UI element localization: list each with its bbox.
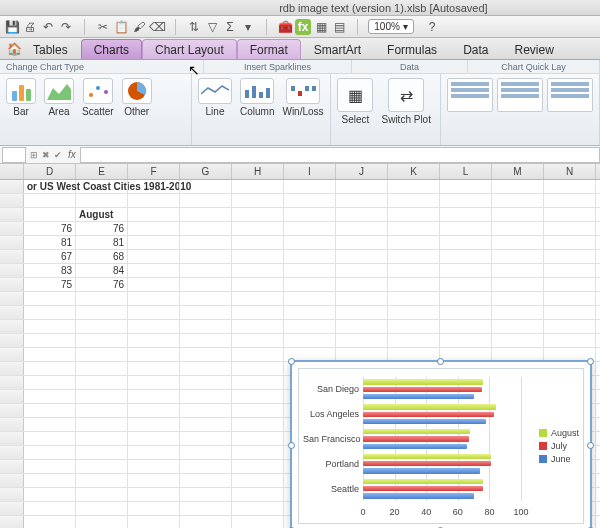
cell[interactable] (180, 278, 232, 291)
cell[interactable] (24, 446, 76, 459)
cell[interactable] (284, 180, 336, 193)
cell[interactable] (284, 264, 336, 277)
cell[interactable] (232, 488, 284, 501)
cell[interactable] (492, 236, 544, 249)
gallery-icon[interactable]: ▦ (313, 19, 329, 35)
cell[interactable]: 67 (24, 250, 76, 263)
cell[interactable] (284, 292, 336, 305)
cell[interactable] (232, 376, 284, 389)
cell[interactable] (492, 292, 544, 305)
cell[interactable] (128, 446, 180, 459)
cell[interactable] (128, 292, 180, 305)
resize-handle[interactable] (288, 442, 295, 449)
cell[interactable]: 81 (24, 236, 76, 249)
cell[interactable] (76, 418, 128, 431)
cell[interactable] (336, 278, 388, 291)
tab-format[interactable]: Format (237, 39, 301, 59)
chart-bar[interactable] (363, 404, 496, 409)
filter-icon[interactable]: ▽ (204, 19, 220, 35)
row-header[interactable] (0, 348, 24, 361)
cell[interactable] (336, 222, 388, 235)
cell[interactable] (440, 180, 492, 193)
help-icon[interactable]: ? (424, 19, 440, 35)
cell[interactable] (440, 264, 492, 277)
row-header[interactable] (0, 264, 24, 277)
cell[interactable] (128, 194, 180, 207)
cell[interactable] (232, 502, 284, 515)
cell[interactable] (232, 460, 284, 473)
resize-handle[interactable] (587, 442, 594, 449)
cell[interactable] (180, 194, 232, 207)
cell[interactable] (76, 474, 128, 487)
row-header[interactable] (0, 208, 24, 221)
cell[interactable] (284, 208, 336, 221)
select-all-corner[interactable] (0, 164, 24, 179)
row-header[interactable] (0, 222, 24, 235)
cell[interactable] (232, 334, 284, 347)
cell[interactable] (232, 180, 284, 193)
cell[interactable] (24, 320, 76, 333)
cell[interactable] (76, 376, 128, 389)
cell[interactable] (388, 236, 440, 249)
tab-chart-layout[interactable]: Chart Layout (142, 39, 237, 59)
cell[interactable] (128, 334, 180, 347)
row-header[interactable] (0, 334, 24, 347)
cell[interactable] (180, 334, 232, 347)
cell[interactable] (128, 488, 180, 501)
chart-legend[interactable]: August July June (539, 425, 579, 467)
cell[interactable] (24, 194, 76, 207)
col-header[interactable]: D (24, 164, 76, 179)
cell[interactable] (284, 194, 336, 207)
chart-bar[interactable] (363, 486, 483, 491)
sort-icon[interactable]: ⇅ (186, 19, 202, 35)
formula-input[interactable] (80, 147, 600, 163)
row-header[interactable] (0, 306, 24, 319)
row-header[interactable] (0, 460, 24, 473)
cell[interactable] (232, 306, 284, 319)
cell[interactable] (492, 222, 544, 235)
row-header[interactable] (0, 488, 24, 501)
cell[interactable] (336, 320, 388, 333)
tab-charts[interactable]: Charts (81, 39, 142, 59)
col-header[interactable]: M (492, 164, 544, 179)
cell[interactable] (232, 348, 284, 361)
cell[interactable] (24, 362, 76, 375)
cell[interactable] (76, 502, 128, 515)
data-select[interactable]: ▦ Select (337, 78, 373, 125)
row-header[interactable] (0, 362, 24, 375)
cell[interactable] (76, 180, 128, 193)
chart-bar[interactable] (363, 429, 470, 434)
cell[interactable] (544, 194, 596, 207)
cell[interactable] (24, 292, 76, 305)
cell[interactable] (180, 264, 232, 277)
cell[interactable] (284, 250, 336, 263)
cell[interactable] (76, 362, 128, 375)
cell[interactable] (24, 460, 76, 473)
row-header[interactable] (0, 320, 24, 333)
cell[interactable] (492, 180, 544, 193)
cell[interactable] (128, 306, 180, 319)
cell[interactable] (232, 194, 284, 207)
cell[interactable] (284, 320, 336, 333)
cell[interactable] (128, 180, 180, 193)
cell[interactable] (76, 320, 128, 333)
cell[interactable] (128, 348, 180, 361)
cell[interactable] (128, 208, 180, 221)
tab-smartart[interactable]: SmartArt (301, 39, 374, 59)
chart-bar[interactable] (363, 454, 491, 459)
cell[interactable] (180, 208, 232, 221)
chart-bar[interactable] (363, 461, 491, 466)
zoom-select[interactable]: 100% ▾ (368, 19, 414, 34)
cell[interactable] (180, 474, 232, 487)
cell[interactable]: 83 (24, 264, 76, 277)
cell[interactable] (128, 474, 180, 487)
chart-bar[interactable] (363, 436, 469, 441)
cell[interactable] (440, 208, 492, 221)
spreadsheet-grid[interactable]: D E F G H I J K L M N or US West Coast C… (0, 164, 600, 528)
save-icon[interactable]: 💾 (4, 19, 20, 35)
cell[interactable] (76, 446, 128, 459)
row-header[interactable] (0, 292, 24, 305)
cell[interactable] (440, 334, 492, 347)
cell[interactable] (440, 292, 492, 305)
chart-plot[interactable]: 020406080100San DiegoLos AngelesSan Fran… (298, 368, 584, 524)
